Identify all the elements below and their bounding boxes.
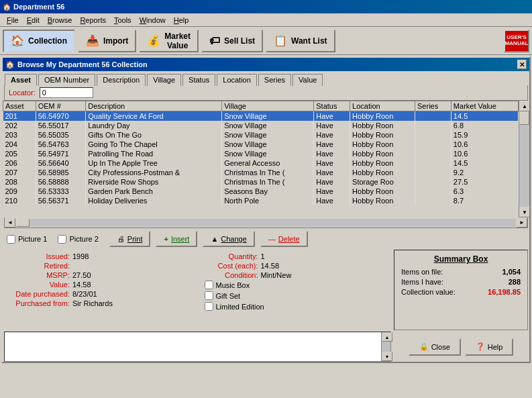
table-cell-1-6 [415,121,451,130]
table-row[interactable]: 21056.56371Holiday DeliveriesNorth PoleH… [3,196,519,205]
limited-edition-checkbox[interactable] [205,302,213,311]
collection-button[interactable]: 🏠 Collection [3,30,75,52]
print-button[interactable]: 🖨 Print [109,231,151,247]
purchased-from-value: Sir Richards [72,299,113,307]
table-cell-6-1: 56.58985 [36,168,86,177]
table-cell-2-5: Hobby Roon [350,130,415,140]
sell-list-icon: 🏷 [209,35,220,47]
menu-browse[interactable]: Browse [44,15,76,25]
sell-list-label: Sell List [224,36,255,46]
scroll-right-button[interactable]: ► [517,218,527,228]
market-value-icon: 💰 [147,34,160,47]
table-row[interactable]: 20756.58985City Professions-Postman &Chr… [3,168,519,177]
vertical-scrollbar[interactable]: ▲ ▼ [519,101,529,217]
menu-window[interactable]: Window [136,15,170,25]
table-row[interactable]: 20956.53333Garden Park BenchSeasons BayH… [3,187,519,196]
table-row[interactable]: 20556.54971Patrolling The RoadSnow Villa… [3,149,519,158]
table-cell-5-1: 56.56640 [36,158,86,168]
delete-button[interactable]: — Delete [260,231,308,247]
want-list-button[interactable]: 📋 Want List [266,30,335,52]
notes-area[interactable]: ▲ ▼ [4,332,391,362]
market-value-label: MarketValue [164,32,191,50]
table-cell-5-7: 14.5 [451,158,518,168]
bottom-button-area: 🔒 Close ❓ Help [394,332,528,362]
table-cell-4-3: Snow Village [222,149,314,158]
tab-oem-number[interactable]: OEM Number [38,74,95,86]
menu-edit[interactable]: Edit [23,15,44,25]
col-header-series[interactable]: Series [415,101,451,111]
col-header-village[interactable]: Village [222,101,314,111]
tab-asset[interactable]: Asset [5,74,37,86]
table-cell-0-1: 56.54970 [36,111,86,121]
menu-file[interactable]: File [3,15,23,25]
table-cell-9-4: Have [314,196,350,205]
browse-close-button[interactable]: ✕ [517,60,527,69]
col-header-location[interactable]: Location [350,101,415,111]
notes-scrollbar[interactable]: ▲ ▼ [381,332,390,361]
col-header-oem[interactable]: OEM # [36,101,86,111]
menu-reports[interactable]: Reports [76,15,110,25]
table-row[interactable]: 20456.54763Going To The ChapelSnow Villa… [3,140,519,149]
music-box-checkbox[interactable] [205,281,213,289]
help-button[interactable]: ❓ Help [465,338,514,356]
purchased-from-label: Purchased from: [9,299,70,307]
picture2-checkbox[interactable] [58,235,66,244]
locator-input[interactable] [40,87,93,98]
tab-village[interactable]: Village [147,74,181,86]
insert-button[interactable]: + Insert [156,231,197,247]
table-cell-0-5: Hobby Roon [350,111,415,121]
app-title: Department 56 [13,3,64,11]
close-button[interactable]: 🔒 Close [409,338,461,356]
tab-status[interactable]: Status [182,74,215,86]
tab-value[interactable]: Value [292,74,323,86]
table-cell-8-7: 6.3 [451,187,518,196]
market-value-button[interactable]: 💰 MarketValue [139,30,199,52]
table-cell-8-3: Seasons Bay [222,187,314,196]
scroll-up-button[interactable]: ▲ [519,101,530,111]
col-header-asset[interactable]: Asset [3,101,36,111]
import-button[interactable]: 📥 Import [78,30,136,52]
col-header-status[interactable]: Status [314,101,350,111]
locator-bar: Locator: [4,85,528,101]
table-cell-6-5: Hobby Roon [350,168,415,177]
condition-value: Mint/New [261,271,292,279]
browse-window-icon: 🏠 [5,60,15,69]
scrollbar-thumb[interactable] [519,111,529,125]
items-i-have-row: Items I have: 288 [401,278,521,286]
table-row[interactable]: 20856.58888Riverside Row ShopsChristmas … [3,177,519,187]
col-header-market-value[interactable]: Market Value [451,101,518,111]
table-cell-6-0: 207 [3,168,36,177]
table-cell-4-1: 56.54971 [36,149,86,158]
h-scrollbar-thumb[interactable] [16,219,30,227]
col-header-description[interactable]: Description [86,101,222,111]
tab-description[interactable]: Description [97,74,146,86]
table-row[interactable]: 20156.54970Quality Service At FordSnow V… [3,111,519,121]
table-cell-7-0: 208 [3,177,36,187]
table-cell-7-3: Christmas In The ( [222,177,314,187]
toolbar: 🏠 Collection 📥 Import 💰 MarketValue 🏷 Se… [0,27,532,55]
collection-icon: 🏠 [11,34,24,47]
table-row[interactable]: 20356.55035Gifts On The GoSnow VillageHa… [3,130,519,140]
sell-list-button[interactable]: 🏷 Sell List [201,30,263,52]
table-row[interactable]: 20656.56640Up In The Apple TreeGeneral A… [3,158,519,168]
menu-tools[interactable]: Tools [110,15,136,25]
tab-location[interactable]: Location [217,74,257,86]
user-manual-button[interactable]: USER'SMANUAL [504,30,529,52]
notes-scroll-down[interactable]: ▼ [382,352,392,361]
table-cell-9-6 [415,196,451,205]
scroll-left-button[interactable]: ◄ [5,218,15,228]
picture1-checkbox[interactable] [7,235,15,244]
gift-set-checkbox[interactable] [205,291,213,300]
tab-series[interactable]: Series [258,74,291,86]
menu-help[interactable]: Help [170,15,193,25]
horizontal-scrollbar[interactable]: ◄ ► [4,217,528,228]
table-row[interactable]: 20256.55017Laundry DaySnow VillageHaveHo… [3,121,519,130]
scroll-down-button[interactable]: ▼ [519,207,530,217]
locator-label: Locator: [9,89,36,97]
data-table: Asset OEM # Description Village Status L… [3,101,519,205]
notes-scroll-up[interactable]: ▲ [382,332,392,342]
table-cell-2-7: 15.9 [451,130,518,140]
table-cell-4-4: Have [314,149,350,158]
change-button[interactable]: ▲ Change [203,231,254,247]
quantity-value: 1 [261,252,265,260]
